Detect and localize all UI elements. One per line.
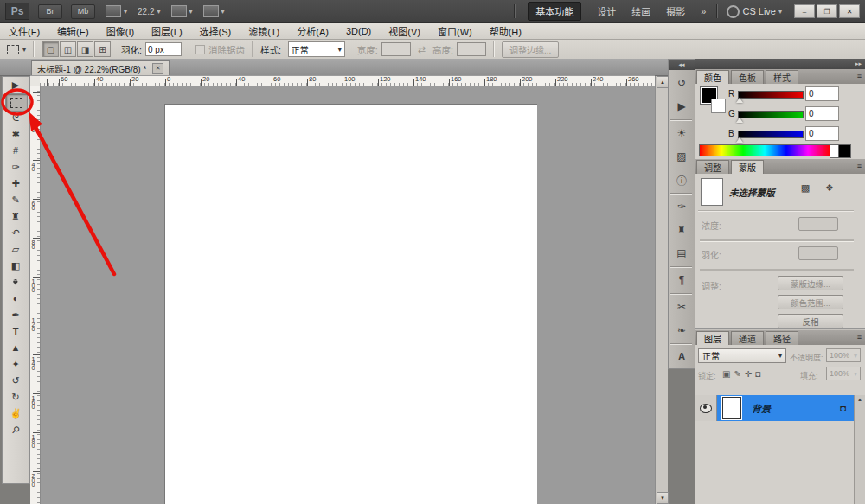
view-extras-button[interactable]: ▾: [106, 5, 127, 17]
tab-layers[interactable]: 图层: [696, 331, 729, 345]
panel-menu-icon[interactable]: ≡: [857, 333, 862, 341]
brush-tool[interactable]: ✎: [5, 192, 26, 208]
panel-menu-icon[interactable]: ≡: [857, 72, 862, 80]
scroll-up-icon[interactable]: ▲: [657, 76, 669, 88]
tab-close-icon[interactable]: ✕: [152, 63, 163, 74]
workspace-painting-button[interactable]: 绘画: [631, 4, 650, 18]
blur-tool[interactable]: ♠: [5, 274, 26, 290]
workspace-essentials-button[interactable]: 基本功能: [528, 2, 581, 21]
workspace-design-button[interactable]: 设计: [597, 4, 616, 18]
color-bg-swatch[interactable]: [711, 99, 726, 113]
menu-layer[interactable]: 图层(L): [143, 24, 190, 38]
mask-edge-button[interactable]: 蒙版边缘...: [778, 276, 843, 290]
channel-b-slider[interactable]: [738, 131, 804, 138]
channel-r-input[interactable]: 0: [805, 86, 839, 101]
rectangular-marquee-tool[interactable]: [5, 93, 28, 112]
hand-tool[interactable]: ✌: [5, 405, 26, 422]
canvas-vertical-scrollbar[interactable]: ▲ ▼: [655, 76, 668, 504]
tab-channels[interactable]: 通道: [731, 331, 764, 345]
menu-help[interactable]: 帮助(H): [481, 24, 530, 38]
menu-filter[interactable]: 滤镜(T): [240, 24, 288, 38]
selection-intersect-button[interactable]: ⊞: [94, 41, 111, 57]
channel-g-input[interactable]: 0: [805, 106, 839, 121]
menu-edit[interactable]: 编辑(E): [48, 24, 98, 38]
menu-window[interactable]: 窗口(W): [429, 24, 481, 38]
selection-add-button[interactable]: ◫: [60, 41, 76, 57]
actions-panel-icon[interactable]: ▶: [671, 97, 692, 116]
bridge-button[interactable]: Br: [38, 4, 62, 19]
blend-mode-dropdown[interactable]: 正常▾: [698, 348, 786, 363]
tab-adjustments[interactable]: 调整: [696, 160, 729, 174]
eyedropper-tool[interactable]: ✑: [5, 159, 26, 175]
lock-move-icon[interactable]: ✛: [745, 369, 752, 379]
animation-panel-icon[interactable]: ❧: [671, 321, 692, 340]
layer-row-background[interactable]: 背景 ◘: [695, 395, 855, 421]
layer-comps-panel-icon[interactable]: ▤: [671, 244, 692, 263]
screen-mode-button[interactable]: ▾: [203, 5, 225, 17]
add-vector-mask-icon[interactable]: ❖: [821, 182, 838, 196]
color-range-button[interactable]: 颜色范围...: [778, 295, 843, 309]
lasso-tool[interactable]: ᘓ: [5, 110, 26, 126]
slider-marker[interactable]: [736, 137, 743, 143]
quick-selection-tool[interactable]: ✱: [5, 126, 26, 143]
tab-swatches[interactable]: 色板: [731, 70, 764, 84]
document-canvas[interactable]: [164, 104, 537, 504]
lock-transparency-icon[interactable]: ▣: [722, 369, 730, 379]
zoom-tool[interactable]: ⚲: [5, 422, 26, 438]
layer-thumbnail[interactable]: [722, 397, 741, 419]
adjustments-panel-icon[interactable]: ☀: [671, 124, 692, 143]
restore-button[interactable]: ❐: [817, 4, 837, 18]
feather-input[interactable]: 0 px: [145, 42, 182, 56]
tab-color[interactable]: 颜色: [696, 70, 729, 84]
panel-menu-icon[interactable]: ≡: [857, 162, 862, 170]
channel-g-slider[interactable]: [738, 111, 804, 118]
info-panel-icon[interactable]: ⓘ: [671, 170, 692, 189]
eraser-tool[interactable]: ▱: [5, 241, 26, 258]
tool-preset-picker[interactable]: ▾: [7, 45, 26, 54]
tab-masks[interactable]: 蒙版: [731, 160, 764, 174]
clone-source-panel-icon[interactable]: ♜: [671, 220, 692, 239]
tool-presets-panel-icon[interactable]: ✂: [671, 297, 692, 316]
close-button[interactable]: ✕: [839, 4, 860, 18]
cs-live-button[interactable]: CS Live▾: [727, 5, 782, 18]
scroll-down-icon[interactable]: ▼: [657, 492, 669, 504]
slider-marker[interactable]: [736, 118, 743, 123]
document-tab[interactable]: 未标题-1 @ 22.2%(RGB/8) * ✕: [31, 60, 170, 76]
channel-r-slider[interactable]: [738, 91, 804, 99]
workspace-more-button[interactable]: »: [701, 6, 706, 16]
zoom-level-dropdown[interactable]: 22.2▾: [138, 7, 160, 16]
history-panel-icon[interactable]: ↺: [671, 73, 692, 93]
channel-b-input[interactable]: 0: [805, 126, 839, 141]
type-tool[interactable]: T: [5, 323, 26, 340]
lock-all-icon[interactable]: ◘: [755, 369, 760, 379]
add-pixel-mask-icon[interactable]: ▩: [797, 182, 814, 196]
style-dropdown[interactable]: 正常▾: [288, 41, 345, 57]
character-panel-icon[interactable]: A: [671, 348, 692, 367]
color-spectrum-bar[interactable]: [699, 144, 830, 156]
dock-collapse-bar[interactable]: ◂◂: [669, 60, 695, 70]
spectrum-black-swatch[interactable]: [838, 144, 851, 158]
menu-file[interactable]: 文件(F): [0, 24, 48, 38]
crop-tool[interactable]: #: [5, 143, 26, 159]
slider-marker[interactable]: [736, 98, 743, 103]
clone-stamp-tool[interactable]: ♜: [5, 208, 26, 225]
panel-collapse-bar[interactable]: ▸▸: [695, 59, 865, 69]
menu-3d[interactable]: 3D(D): [337, 26, 380, 36]
menu-analysis[interactable]: 分析(A): [288, 24, 337, 38]
layers-scrollbar[interactable]: ▲: [854, 395, 865, 504]
workspace-photography-button[interactable]: 摄影: [666, 4, 685, 18]
refine-edge-button[interactable]: 调整边缘...: [502, 41, 559, 58]
selection-subtract-button[interactable]: ◨: [77, 41, 93, 57]
scroll-up-icon[interactable]: ▲: [855, 395, 865, 402]
antialias-checkbox[interactable]: [195, 45, 205, 54]
tab-paths[interactable]: 路径: [766, 331, 798, 345]
shape-tool[interactable]: ✦: [5, 356, 26, 373]
menu-select[interactable]: 选择(S): [191, 24, 240, 38]
lock-paint-icon[interactable]: ✎: [734, 369, 740, 379]
path-selection-tool[interactable]: ▲: [5, 340, 26, 356]
brushes-panel-icon[interactable]: ✑: [671, 197, 692, 216]
3d-orbit-tool[interactable]: ↻: [5, 389, 26, 405]
paragraph-panel-icon[interactable]: ¶: [671, 271, 692, 290]
minimize-button[interactable]: –: [794, 4, 815, 18]
invert-button[interactable]: 反相: [778, 314, 843, 329]
